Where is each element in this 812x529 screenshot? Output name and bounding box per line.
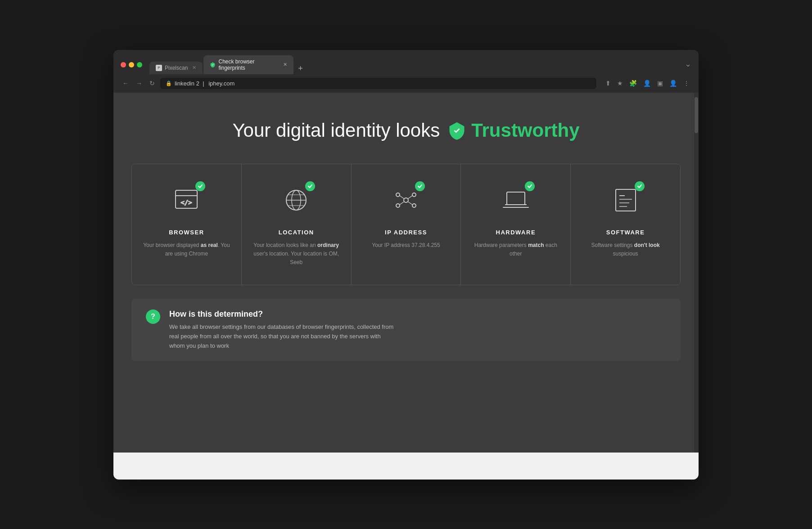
info-title: How is this determined? (169, 309, 394, 319)
svg-point-11 (396, 204, 400, 207)
location-card-desc: Your location looks like an ordinary use… (251, 241, 342, 267)
info-content: How is this determined? We take all brow… (169, 309, 394, 350)
software-card-title: SOFTWARE (606, 229, 645, 236)
scrollbar-thumb[interactable] (695, 97, 698, 133)
browser-check-badge (195, 181, 205, 191)
maximize-button[interactable] (137, 62, 142, 67)
trustworthy-text: Trustworthy (471, 120, 579, 141)
hardware-check-badge (525, 181, 535, 191)
info-text: We take all browser settings from our da… (169, 323, 394, 350)
lock-icon: 🔒 (166, 81, 172, 86)
location-check-badge (305, 181, 315, 191)
shield-check-icon (447, 121, 467, 140)
title-bar: P Pixelscan ✕ Check browser fingerprints… (113, 50, 699, 74)
browser-card-desc: Your browser displayed as real. You are … (141, 241, 232, 258)
hardware-card-icon-wrapper (498, 182, 534, 218)
hardware-card-title: HARDWARE (496, 229, 536, 236)
hardware-icon (501, 186, 530, 215)
software-check-badge (635, 181, 645, 191)
info-icon: ? (146, 309, 160, 324)
ip-address-card-desc: Your IP address 37.28.4.255 (372, 241, 440, 250)
ip-address-card-title: IP ADDRESS (385, 229, 427, 236)
trustworthy-badge: Trustworthy (447, 120, 579, 141)
software-card: SOFTWARE Software settings don't look su… (571, 164, 680, 285)
svg-point-9 (396, 193, 400, 197)
tab-fingerprint-label: Check browser fingerprints (218, 58, 279, 71)
hero-section: Your digital identity looks Trustworthy (131, 120, 681, 141)
info-box: ? How is this determined? We take all br… (131, 299, 681, 361)
tab-fingerprint-close[interactable]: ✕ (283, 62, 287, 67)
svg-rect-17 (507, 192, 525, 205)
svg-point-10 (412, 193, 416, 197)
address-domain-prefix: linkedin 2 | (175, 80, 206, 87)
tab-pixelscan[interactable]: P Pixelscan ✕ (149, 62, 203, 74)
svg-line-15 (400, 202, 404, 205)
ip-address-card-icon-wrapper (388, 182, 424, 218)
browser-card-icon-wrapper: </> (168, 182, 204, 218)
location-card: LOCATION Your location looks like an ord… (242, 164, 352, 285)
sidebar-button[interactable]: ▣ (655, 78, 665, 89)
tab-pixelscan-favicon: P (156, 65, 162, 71)
svg-rect-20 (616, 189, 636, 211)
hero-prefix: Your digital identity looks (232, 120, 440, 141)
location-card-icon-wrapper (278, 182, 314, 218)
software-icon (611, 186, 640, 215)
page-footer (113, 453, 699, 480)
browser-window: P Pixelscan ✕ Check browser fingerprints… (113, 50, 699, 480)
page-content: Your digital identity looks Trustworthy (113, 93, 699, 453)
svg-point-12 (412, 204, 416, 207)
new-tab-button[interactable]: + (294, 63, 307, 74)
profile2-button[interactable]: 👤 (668, 78, 679, 89)
back-button[interactable]: ← (121, 78, 131, 88)
hardware-card: HARDWARE Hardware parameters match each … (461, 164, 571, 285)
close-button[interactable] (121, 62, 126, 67)
browser-chrome: P Pixelscan ✕ Check browser fingerprints… (113, 50, 699, 93)
tab-pixelscan-close[interactable]: ✕ (192, 65, 196, 71)
bookmark-button[interactable]: ★ (615, 78, 625, 89)
tab-fingerprint-favicon (210, 62, 216, 68)
browser-card-title: BROWSER (169, 229, 204, 236)
traffic-lights (121, 62, 142, 67)
software-card-desc: Software settings don't look suspicious (580, 241, 671, 258)
software-card-icon-wrapper (608, 182, 644, 218)
svg-text:</>: </> (181, 199, 192, 206)
browser-card: </> BROWSER Your browser displayed as re… (132, 164, 242, 285)
ip-address-icon (392, 186, 420, 215)
svg-line-13 (400, 196, 404, 199)
address-bar[interactable]: 🔒 linkedin 2 | iphey.com (160, 78, 596, 89)
chevron-down-icon[interactable]: ⌄ (685, 59, 691, 69)
hero-title: Your digital identity looks Trustworthy (131, 120, 681, 141)
svg-line-14 (408, 196, 412, 199)
extensions-button[interactable]: 🧩 (627, 78, 639, 89)
location-card-title: LOCATION (279, 229, 314, 236)
scrollbar[interactable] (694, 93, 699, 453)
browser-actions: ⬆ ★ 🧩 👤 ▣ 👤 ⋮ (604, 78, 691, 89)
hardware-card-desc: Hardware parameters match each other (470, 241, 561, 258)
tab-bar: P Pixelscan ✕ Check browser fingerprints… (149, 55, 307, 74)
forward-button[interactable]: → (134, 78, 144, 88)
profile-button[interactable]: 👤 (641, 78, 653, 89)
minimize-button[interactable] (129, 62, 134, 67)
tab-pixelscan-label: Pixelscan (165, 65, 188, 71)
ip-address-card: IP ADDRESS Your IP address 37.28.4.255 (352, 164, 461, 285)
menu-button[interactable]: ⋮ (681, 78, 691, 89)
refresh-button[interactable]: ↻ (148, 78, 157, 88)
cards-container: </> BROWSER Your browser displayed as re… (131, 164, 681, 286)
svg-line-16 (408, 202, 412, 205)
address-url: iphey.com (208, 80, 235, 87)
svg-point-8 (404, 198, 408, 202)
tab-fingerprint[interactable]: Check browser fingerprints ✕ (203, 55, 293, 74)
ip-check-badge (415, 181, 425, 191)
share-button[interactable]: ⬆ (604, 78, 613, 89)
address-bar-row: ← → ↻ 🔒 linkedin 2 | iphey.com ⬆ ★ 🧩 👤 ▣… (113, 74, 699, 93)
